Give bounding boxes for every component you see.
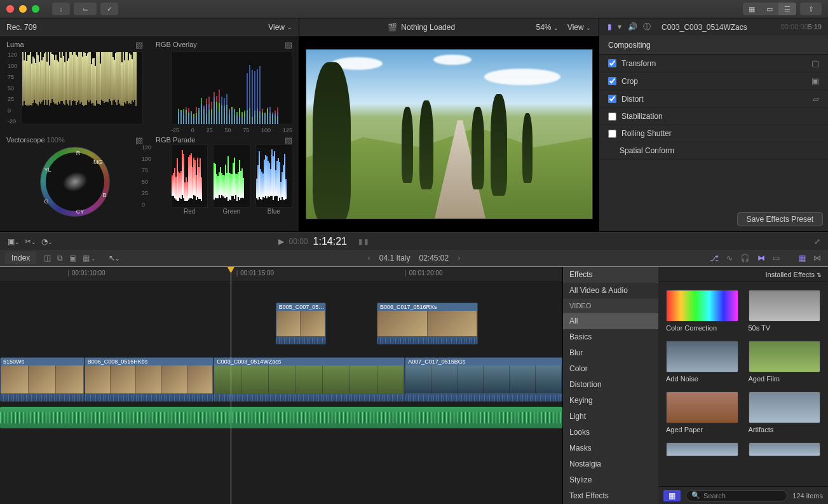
inspector-row-rolling-shutter[interactable]: Rolling Shutter bbox=[599, 125, 828, 142]
effects-category[interactable]: Looks bbox=[563, 425, 658, 440]
timeline-clip[interactable]: B006_C017_0516RXs bbox=[377, 303, 478, 344]
inspector-clipname: C003_C003_0514WZacs bbox=[662, 23, 747, 32]
effects-category[interactable]: Light bbox=[563, 409, 658, 425]
fullscreen-icon[interactable]: ⤢ bbox=[814, 237, 820, 246]
scope-settings-icon[interactable]: ▧ bbox=[285, 135, 292, 145]
scope-settings-icon[interactable]: ▧ bbox=[135, 40, 143, 50]
save-effects-preset-button[interactable]: Save Effects Preset bbox=[737, 212, 823, 226]
prev-edit-icon[interactable]: ‹ bbox=[368, 254, 370, 262]
effects-category[interactable]: Color bbox=[563, 361, 658, 377]
effect-item[interactable]: Add Noise bbox=[666, 341, 738, 383]
effects-category[interactable]: Basics bbox=[563, 329, 658, 345]
rgb-overlay-scope: RGB Overlay ▧ -250255075100125 bbox=[149, 36, 299, 132]
effects-category[interactable]: Keying bbox=[563, 393, 658, 409]
timeline-clip[interactable]: 5150Ws bbox=[0, 357, 85, 402]
checkbox[interactable] bbox=[608, 112, 616, 121]
installed-effects-menu[interactable]: Installed Effects⇅ bbox=[766, 271, 822, 278]
scopes-view-menu[interactable]: View bbox=[268, 23, 285, 32]
effects-category[interactable]: Masks bbox=[563, 440, 658, 456]
next-edit-icon[interactable]: › bbox=[458, 254, 460, 262]
checkbox[interactable] bbox=[608, 95, 616, 103]
effects-category[interactable]: All Video & Audio bbox=[563, 283, 658, 299]
scope-settings-icon[interactable]: ▧ bbox=[135, 135, 143, 145]
filter-icon[interactable]: ▾ bbox=[616, 22, 623, 31]
timeline[interactable]: 00:01:10:0000:01:15:0000:01:20:00 B005_C… bbox=[0, 267, 562, 504]
timeline-clip[interactable]: A007_C017_0515BGs bbox=[405, 357, 562, 402]
solo-icon[interactable]: 🎧 bbox=[738, 252, 752, 264]
zoom-level[interactable]: 54% ⌄ bbox=[536, 23, 558, 32]
effect-item[interactable]: 50s TV bbox=[749, 290, 821, 332]
effect-item[interactable]: Aged Paper bbox=[666, 392, 738, 433]
effects-count: 124 items bbox=[792, 492, 823, 500]
appearance-menu[interactable]: ▣⌄ bbox=[8, 237, 20, 246]
inspector-row-transform[interactable]: Transform▢ bbox=[599, 55, 828, 72]
effect-item[interactable]: Aged Film bbox=[749, 341, 821, 383]
effects-category[interactable]: Stylize bbox=[563, 472, 658, 488]
param-icon[interactable]: ▣ bbox=[811, 76, 819, 86]
effect-item[interactable] bbox=[749, 442, 821, 456]
preview-frame[interactable] bbox=[306, 49, 593, 219]
effect-item[interactable]: Color Correction bbox=[666, 290, 738, 332]
viewer-title: Nothing Loaded bbox=[401, 23, 455, 32]
retime-menu[interactable]: ◔⌄ bbox=[41, 237, 53, 246]
skimming-icon[interactable]: ⎇ bbox=[708, 252, 721, 264]
timeline-ruler[interactable]: 00:01:10:0000:01:15:0000:01:20:00 bbox=[0, 267, 562, 282]
playhead[interactable] bbox=[231, 267, 231, 504]
inspector-row-distort[interactable]: Distort▱ bbox=[599, 90, 828, 108]
effects-category[interactable]: Blur bbox=[563, 345, 658, 361]
share-button[interactable]: ⇪ bbox=[800, 3, 822, 15]
checkbox[interactable] bbox=[608, 130, 616, 138]
traffic-lights[interactable] bbox=[6, 5, 39, 13]
effect-item[interactable] bbox=[666, 442, 738, 456]
connect-clip-icon[interactable]: ◫ bbox=[43, 252, 52, 264]
scope-settings-icon[interactable]: ▧ bbox=[285, 40, 292, 50]
thumbnail-view-icon[interactable]: ▦ bbox=[663, 490, 681, 501]
effects-search-input[interactable]: 🔍 Search bbox=[686, 490, 787, 501]
timeline-clip[interactable]: C003_C003_0514WZacs bbox=[214, 357, 405, 402]
music-clip[interactable] bbox=[0, 407, 562, 428]
snapping-icon[interactable]: ⧓ bbox=[756, 252, 767, 264]
index-button[interactable]: Index bbox=[5, 252, 36, 264]
timecode-display[interactable]: 1:14:21 bbox=[313, 236, 347, 247]
checkbox[interactable] bbox=[608, 77, 616, 85]
inspector: ▮ ▾ 🔊 ⓘ C003_C003_0514WZacs 00:00:005:19… bbox=[599, 18, 828, 231]
select-tool-icon[interactable]: ↖⌄ bbox=[109, 254, 120, 262]
param-icon[interactable]: ▢ bbox=[811, 58, 819, 68]
effects-category[interactable]: All bbox=[563, 313, 658, 329]
timeline-clip[interactable]: B005_C007_05… bbox=[276, 303, 327, 344]
effects-category[interactable]: Text Effects bbox=[563, 488, 658, 504]
inspector-row-stabilization[interactable]: Stabilization bbox=[599, 108, 828, 125]
info-icon[interactable]: ⓘ bbox=[641, 22, 653, 31]
checkbox[interactable] bbox=[608, 59, 616, 67]
param-icon[interactable]: ▱ bbox=[813, 94, 819, 104]
keyword-button[interactable]: ⌙ bbox=[74, 3, 97, 15]
audio-inspector-icon[interactable]: 🔊 bbox=[626, 22, 639, 31]
effect-item[interactable]: Artifacts bbox=[749, 392, 821, 433]
clip-appearance-icon[interactable]: ▭ bbox=[771, 252, 782, 264]
video-inspector-icon[interactable]: ▮ bbox=[606, 22, 614, 31]
inspector-row-crop[interactable]: Crop▣ bbox=[599, 72, 828, 90]
effects-category[interactable]: Distortion bbox=[563, 377, 658, 393]
transitions-browser-icon[interactable]: ⋈ bbox=[811, 252, 823, 264]
layout-browser-icon[interactable]: ▦ bbox=[743, 3, 761, 15]
chevron-down-icon: ⌄ bbox=[287, 24, 292, 31]
play-icon[interactable]: ▶ bbox=[278, 237, 284, 246]
viewer-view-menu[interactable]: View ⌄ bbox=[567, 23, 591, 32]
timeline-clip[interactable]: B006_C008_0516HKbs bbox=[85, 357, 214, 402]
project-name: 04.1 Italy bbox=[379, 254, 411, 262]
import-button[interactable]: ↓ bbox=[52, 3, 70, 15]
audio-skimming-icon[interactable]: ∿ bbox=[724, 252, 735, 264]
layout-timeline-icon[interactable]: ▭ bbox=[761, 3, 778, 15]
append-clip-icon[interactable]: ▣ bbox=[68, 252, 78, 264]
layout-segmented[interactable]: ▦ ▭ ☰ bbox=[743, 3, 796, 15]
overwrite-clip-icon[interactable]: ▦⌄ bbox=[81, 252, 98, 264]
effects-browser-icon[interactable]: ▦ bbox=[797, 252, 808, 264]
spatial-conform-row[interactable]: Spatial Conform bbox=[599, 142, 828, 160]
bg-tasks-button[interactable]: ✓ bbox=[100, 3, 118, 15]
insert-clip-icon[interactable]: ⧉ bbox=[56, 252, 64, 264]
effects-category[interactable]: Nostalgia bbox=[563, 456, 658, 472]
tools-menu[interactable]: ✂⌄ bbox=[25, 237, 36, 246]
loop-frames-icon[interactable]: ▮▮ bbox=[358, 237, 370, 246]
layout-inspector-icon[interactable]: ☰ bbox=[778, 3, 796, 15]
compositing-section: Compositing bbox=[599, 36, 828, 55]
